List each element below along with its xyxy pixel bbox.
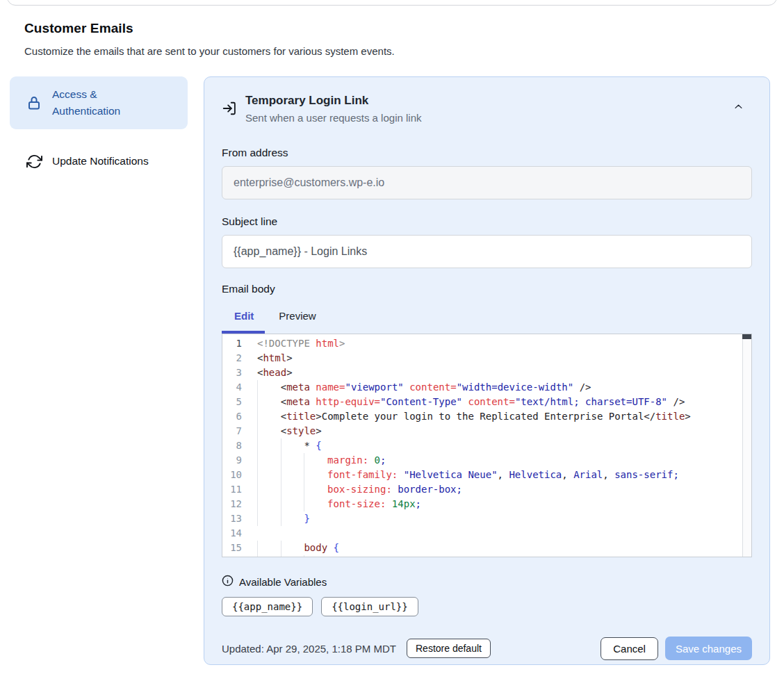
line-number: 4 [222,380,242,395]
indent-guide [257,511,281,526]
indent-guide [281,511,304,526]
indent-guide [257,424,281,438]
indent-guide [257,380,281,395]
code-line[interactable]: 15body { [222,541,751,555]
page-header: Customer Emails Customize the emails tha… [24,21,395,57]
tab-edit[interactable]: Edit [222,307,266,331]
indent-guide [281,555,304,557]
editor-scrollbar[interactable] [742,334,751,557]
code-line[interactable]: 12font-size: 14px; [222,497,751,511]
indent-guide [257,541,281,555]
previous-card-bottom-edge [7,0,777,6]
line-number: 10 [222,468,242,482]
panel-footer: Updated: Apr 29, 2025, 1:18 PM MDT Resto… [222,637,752,660]
code-line[interactable]: 11box-sizing: border-box; [222,482,751,497]
indent-guide [257,482,281,497]
indent-guide [281,497,304,511]
page-subtitle: Customize the emails that are sent to yo… [24,45,395,57]
indent-guide [304,555,327,557]
editor-tabs: EditPreview [222,307,752,331]
variable-chip[interactable]: {{app_name}} [222,597,313,616]
indent-guide [281,468,304,482]
available-variables-row: Available Variables [222,575,752,589]
email-body-label: Email body [222,283,752,295]
refresh-icon [26,153,42,170]
tab-preview[interactable]: Preview [266,307,328,331]
code-line[interactable]: 4<meta name="viewport" content="width=de… [222,380,751,395]
line-number: 16 [222,555,242,557]
code-line[interactable]: 10font-family: "Helvetica Neue", Helveti… [222,468,751,482]
code-line[interactable]: 5<meta http-equiv="Content-Type" content… [222,395,751,409]
lock-icon [26,95,42,111]
section-subtitle: Sent when a user requests a login link [245,112,421,124]
updated-timestamp: Updated: Apr 29, 2025, 1:18 PM MDT [222,643,396,655]
indent-guide [304,482,327,497]
code-line[interactable]: 1<!DOCTYPE html> [222,336,751,351]
code-line[interactable]: 2<html> [222,351,751,366]
line-number: 9 [222,453,242,468]
available-variables-label: Available Variables [239,576,327,588]
line-number: 1 [222,336,242,351]
login-icon [222,101,237,116]
code-editor[interactable]: 1<!DOCTYPE html>2<html>3<head>4<meta nam… [222,334,752,557]
from-address-label: From address [222,147,752,159]
line-number: 12 [222,497,242,511]
code-line[interactable]: 7<style> [222,424,751,438]
collapse-section-button[interactable] [730,99,746,116]
line-number: 15 [222,541,242,555]
indent-guide [281,438,304,453]
line-number: 3 [222,366,242,380]
restore-default-button[interactable]: Restore default [407,639,491,658]
code-line[interactable]: 13} [222,511,751,526]
line-number: 5 [222,395,242,409]
line-number: 14 [222,526,242,541]
sidebar: Access & AuthenticationUpdate Notificati… [10,76,188,179]
code-line[interactable]: 16background-color: #f6f6f6; [222,555,751,557]
indent-guide [257,453,281,468]
indent-guide [304,453,327,468]
sidebar-item-label: Update Notifications [52,153,149,170]
email-settings-panel: Temporary Login Link Sent when a user re… [204,76,770,665]
subject-line-label: Subject line [222,215,752,228]
variable-chips: {{app_name}}{{login_url}} [222,597,752,616]
indent-guide [304,468,327,482]
indent-guide [257,438,281,453]
line-number: 6 [222,409,242,424]
line-number: 2 [222,351,242,366]
indent-guide [281,541,304,555]
line-number: 8 [222,438,242,453]
code-line[interactable]: 6<title>Complete your login to the Repli… [222,409,751,424]
subject-line-input[interactable] [222,235,752,268]
section-title: Temporary Login Link [245,94,421,108]
indent-guide [257,555,281,557]
indent-guide [257,409,281,424]
scrollbar-thumb[interactable] [742,334,751,339]
indent-guide [304,497,327,511]
sidebar-item-label: Access & Authentication [52,86,140,120]
indent-guide [257,468,281,482]
sidebar-item-access-authentication[interactable]: Access & Authentication [10,76,188,129]
line-number: 7 [222,424,242,438]
indent-guide [257,497,281,511]
page-title: Customer Emails [24,21,395,36]
code-line[interactable]: 9margin: 0; [222,453,751,468]
from-address-input[interactable] [222,166,752,199]
cancel-button[interactable]: Cancel [601,637,658,660]
code-line[interactable]: 14 [222,526,751,541]
chevron-up-icon [733,101,744,114]
indent-guide [281,453,304,468]
code-line[interactable]: 8* { [222,438,751,453]
panel-header: Temporary Login Link Sent when a user re… [222,94,752,124]
variable-chip[interactable]: {{login_url}} [321,597,418,616]
line-number: 11 [222,482,242,497]
line-number: 13 [222,511,242,526]
code-line[interactable]: 3<head> [222,366,751,380]
save-changes-button[interactable]: Save changes [665,637,752,660]
indent-guide [281,482,304,497]
info-icon [222,575,234,589]
sidebar-item-update-notifications[interactable]: Update Notifications [10,143,188,179]
indent-guide [257,395,281,409]
